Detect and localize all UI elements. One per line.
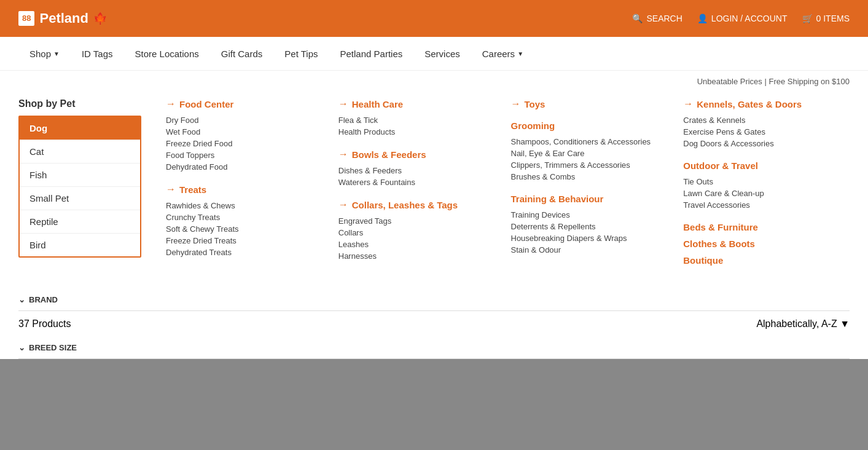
cat-item-engraved-tags[interactable]: Engraved Tags xyxy=(338,215,499,227)
cat-item-deterrents[interactable]: Deterrents & Repellents xyxy=(511,221,671,232)
products-count: 37 Products xyxy=(18,318,71,330)
pet-item-bird[interactable]: Bird xyxy=(20,234,140,256)
cat-item-dehydrated-treats[interactable]: Dehydrated Treats xyxy=(166,247,326,258)
login-button[interactable]: 👤 LOGIN / ACCOUNT xyxy=(697,14,788,23)
cat-item-waterers[interactable]: Waterers & Fountains xyxy=(338,176,499,188)
chevron-icon: ⌄ xyxy=(18,295,25,304)
sort-chevron-icon: ▼ xyxy=(840,318,850,329)
search-button[interactable]: 🔍 SEARCH xyxy=(632,14,682,23)
search-label: SEARCH xyxy=(646,14,682,23)
cat-kennels[interactable]: → Kennels, Gates & Doors xyxy=(683,98,843,109)
filter-brand[interactable]: ⌄ BRAND xyxy=(18,289,850,311)
cat-health-care[interactable]: → Health Care xyxy=(338,98,499,109)
cat-item-clippers[interactable]: Clippers, Trimmers & Accessories xyxy=(511,159,671,171)
products-bar: 37 Products Alphabetically, A-Z ▼ xyxy=(18,311,850,337)
top-bar: 88 Petland 🍁 🔍 SEARCH 👤 LOGIN / ACCOUNT … xyxy=(0,0,868,37)
dropdown-columns: → Food Center Dry Food Wet Food Freeze D… xyxy=(160,98,850,270)
sort-dropdown[interactable]: Alphabetically, A-Z ▼ xyxy=(756,318,850,330)
pet-list: Dog Cat Fish Small Pet Reptile Bird xyxy=(18,116,141,258)
nav-store-locations[interactable]: Store Locations xyxy=(124,37,210,71)
shop-by-pet: Shop by Pet Dog Cat Fish Small Pet Repti… xyxy=(18,98,141,270)
filter-breed-size[interactable]: ⌄ BREED SIZE xyxy=(18,337,850,359)
nav-bar: Shop ▼ ID Tags Store Locations Gift Card… xyxy=(0,37,868,71)
cat-item-nail-eye[interactable]: Nail, Eye & Ear Care xyxy=(511,148,671,159)
cat-item-shampoos[interactable]: Shampoos, Conditioners & Accessories xyxy=(511,136,671,148)
pet-item-small-pet[interactable]: Small Pet xyxy=(20,187,140,210)
cat-training-behaviour[interactable]: Training & Behaviour xyxy=(511,194,671,204)
pet-item-reptile[interactable]: Reptile xyxy=(20,210,140,234)
cat-item-rawhides[interactable]: Rawhides & Chews xyxy=(166,200,326,211)
shop-by-pet-label: Shop by Pet xyxy=(18,98,141,109)
arrow-icon-4: → xyxy=(338,149,348,160)
chevron-icon-2: ⌄ xyxy=(18,343,25,352)
cat-grooming[interactable]: Grooming xyxy=(511,120,671,131)
cat-item-training-devices[interactable]: Training Devices xyxy=(511,209,671,221)
nav-services[interactable]: Services xyxy=(413,37,471,71)
cat-treats[interactable]: → Treats xyxy=(166,184,326,195)
pet-item-dog[interactable]: Dog xyxy=(20,117,140,140)
cat-toys[interactable]: → Toys xyxy=(511,98,671,109)
cat-beds-furniture[interactable]: Beds & Furniture xyxy=(683,222,843,232)
brand-label: BRAND xyxy=(29,295,58,304)
cat-item-dog-doors[interactable]: Dog Doors & Accessories xyxy=(683,138,843,149)
cat-item-collars[interactable]: Collars xyxy=(338,227,499,239)
cat-item-travel-accessories[interactable]: Travel Accessories xyxy=(683,199,843,211)
cat-item-housebreaking[interactable]: Housebreaking Diapers & Wraps xyxy=(511,232,671,244)
cat-item-health-products[interactable]: Health Products xyxy=(338,126,499,138)
cat-item-freeze-dried-food[interactable]: Freeze Dried Food xyxy=(166,138,326,149)
cat-item-flea-tick[interactable]: Flea & Tick xyxy=(338,114,499,126)
logo-text: Petland xyxy=(39,10,88,26)
arrow-icon-7: → xyxy=(683,98,693,109)
logo-box: 88 xyxy=(18,11,34,26)
col-4: → Kennels, Gates & Doors Crates & Kennel… xyxy=(677,98,850,270)
nav-gift-cards[interactable]: Gift Cards xyxy=(210,37,274,71)
nav-careers[interactable]: Careers ▼ xyxy=(471,37,534,71)
chevron-down-icon: ▼ xyxy=(53,50,60,57)
arrow-icon-2: → xyxy=(166,184,176,195)
cat-bowls-feeders[interactable]: → Bowls & Feeders xyxy=(338,149,499,160)
cat-outdoor-travel[interactable]: Outdoor & Travel xyxy=(683,160,843,171)
login-label: LOGIN / ACCOUNT xyxy=(711,14,788,23)
nav-shop[interactable]: Shop ▼ xyxy=(18,37,71,71)
cart-button[interactable]: 🛒 0 ITEMS xyxy=(802,14,850,23)
cat-item-tie-outs[interactable]: Tie Outs xyxy=(683,176,843,188)
cat-item-dry-food[interactable]: Dry Food xyxy=(166,114,326,126)
cat-item-exercise-pens[interactable]: Exercise Pens & Gates xyxy=(683,126,843,138)
nav-id-tags[interactable]: ID Tags xyxy=(71,37,124,71)
cart-label: 0 ITEMS xyxy=(816,14,850,23)
cat-food-center[interactable]: → Food Center xyxy=(166,98,326,109)
logo[interactable]: 88 Petland 🍁 xyxy=(18,10,107,26)
maple-leaf-icon: 🍁 xyxy=(93,12,107,25)
cat-item-crates[interactable]: Crates & Kennels xyxy=(683,114,843,126)
search-icon: 🔍 xyxy=(632,14,643,23)
nav-pet-tips[interactable]: Pet Tips xyxy=(273,37,329,71)
cat-item-wet-food[interactable]: Wet Food xyxy=(166,126,326,138)
cat-item-food-toppers[interactable]: Food Toppers xyxy=(166,149,326,161)
cat-item-soft-chewy[interactable]: Soft & Chewy Treats xyxy=(166,223,326,235)
cat-item-crunchy-treats[interactable]: Crunchy Treats xyxy=(166,211,326,223)
cat-collars-leashes[interactable]: → Collars, Leashes & Tags xyxy=(338,199,499,210)
top-actions: 🔍 SEARCH 👤 LOGIN / ACCOUNT 🛒 0 ITEMS xyxy=(632,14,850,23)
breed-size-label: BREED SIZE xyxy=(29,343,77,352)
cat-clothes-boots[interactable]: Clothes & Boots xyxy=(683,239,843,249)
arrow-icon-6: → xyxy=(511,98,521,109)
pet-item-cat[interactable]: Cat xyxy=(20,140,140,164)
cat-item-dehydrated-food[interactable]: Dehydrated Food xyxy=(166,161,326,173)
cat-item-brushes[interactable]: Brushes & Combs xyxy=(511,171,671,183)
dropdown-inner: Shop by Pet Dog Cat Fish Small Pet Repti… xyxy=(0,86,868,289)
cat-item-lawn-care[interactable]: Lawn Care & Clean-up xyxy=(683,188,843,199)
nav-petland-parties[interactable]: Petland Parties xyxy=(329,37,414,71)
user-icon: 👤 xyxy=(697,14,708,23)
col-3: → Toys Grooming Shampoos, Conditioners &… xyxy=(505,98,678,270)
promo-banner: Unbeatable Prices | Free Shipping on $10… xyxy=(0,71,868,86)
cat-item-harnesses[interactable]: Harnesses xyxy=(338,250,499,262)
cat-item-dishes-feeders[interactable]: Dishes & Feeders xyxy=(338,165,499,176)
bottom-section: ⌄ BRAND 37 Products Alphabetically, A-Z … xyxy=(0,289,868,359)
arrow-icon: → xyxy=(166,98,176,109)
cat-item-freeze-dried-treats[interactable]: Freeze Dried Treats xyxy=(166,235,326,247)
arrow-icon-5: → xyxy=(338,199,348,210)
cat-item-leashes[interactable]: Leashes xyxy=(338,239,499,250)
pet-item-fish[interactable]: Fish xyxy=(20,164,140,187)
cat-boutique[interactable]: Boutique xyxy=(683,255,843,266)
cat-item-stain-odour[interactable]: Stain & Odour xyxy=(511,244,671,256)
